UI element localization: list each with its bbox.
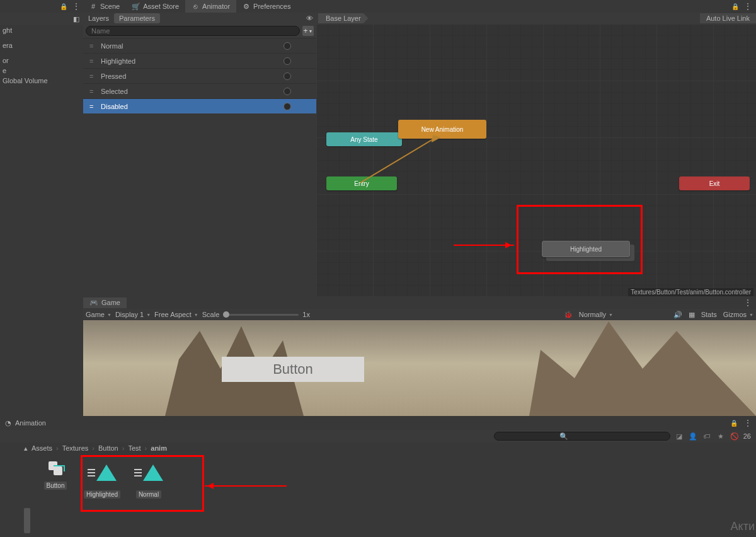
tab-animator[interactable]: ⎋Animator [185, 0, 236, 13]
project-scrollbar[interactable] [24, 508, 30, 533]
display-dropdown[interactable]: Display 1 [115, 311, 151, 318]
tab-asset-store[interactable]: 🛒Asset Store [126, 0, 185, 13]
tab-label: Scene [100, 3, 120, 10]
trigger-toggle[interactable] [284, 88, 291, 95]
visibility-icon[interactable]: 👁 [306, 14, 313, 22]
ui-button[interactable]: Button [222, 357, 364, 382]
lock-icon[interactable]: 🔒 [60, 3, 67, 10]
editor-tabs: #Scene 🛒Asset Store ⎋Animator ⚙Preferenc… [83, 0, 756, 13]
tab-preferences[interactable]: ⚙Preferences [236, 0, 297, 13]
tab-label: Animator [202, 3, 230, 10]
path-segment-current[interactable]: anim [151, 444, 167, 452]
drag-handle-icon[interactable]: = [89, 88, 96, 95]
parameter-row[interactable]: =Disabled [83, 98, 316, 113]
favorite-icon[interactable]: ★ [716, 432, 726, 441]
asset-label: Button [44, 482, 67, 490]
exit-node[interactable]: Exit [679, 176, 750, 190]
parameter-row[interactable]: =Pressed [83, 68, 316, 83]
filter-label-icon[interactable]: 🏷 [702, 432, 712, 441]
clock-icon: ◔ [5, 419, 11, 427]
bug-icon[interactable]: 🐞 [564, 311, 573, 319]
tab-scene[interactable]: #Scene [83, 0, 126, 13]
tab-label: Preferences [253, 3, 290, 10]
plus-icon: + [304, 26, 308, 35]
trigger-toggle[interactable] [284, 103, 291, 110]
trigger-toggle[interactable] [284, 57, 291, 65]
trigger-toggle[interactable] [284, 72, 291, 80]
filter-icon[interactable]: ◪ [674, 432, 684, 441]
path-segment[interactable]: Button [98, 444, 118, 452]
aspect-dropdown[interactable]: Free Aspect [154, 311, 198, 318]
tab-label: Asset Store [143, 3, 179, 10]
game-toolbar: Game Display 1 Free Aspect Scale 1x 🐞 No… [83, 309, 756, 320]
project-breadcrumb[interactable]: ▴ Assets› Textures› Button› Test› anim [33, 442, 756, 454]
hierarchy-item[interactable]: era [0, 40, 83, 50]
hierarchy-toolbar: ◧ [0, 13, 83, 25]
add-parameter-button[interactable]: +▼ [302, 26, 314, 36]
hierarchy-item[interactable]: e [0, 66, 83, 76]
asset-controller[interactable]: Button [35, 458, 76, 516]
scale-value: 1x [302, 311, 310, 318]
any-state-node[interactable]: Any State [326, 132, 402, 146]
tab-game[interactable]: 🎮Game [83, 297, 127, 308]
trigger-toggle[interactable] [284, 42, 291, 50]
drag-handle-icon[interactable]: = [89, 42, 96, 50]
hidden-icon[interactable]: 🚫 [730, 432, 740, 441]
slider-thumb[interactable] [223, 311, 229, 318]
parameter-name: Selected [101, 88, 128, 95]
parameter-row[interactable]: =Highlighted [83, 53, 316, 68]
hierarchy-item[interactable]: Global Volume [0, 76, 83, 86]
parameter-search-row: +▼ [83, 24, 316, 38]
game-mode-dropdown[interactable]: Game [86, 311, 112, 318]
collapse-icon[interactable]: ▴ [24, 444, 28, 453]
entry-node[interactable]: Entry [326, 176, 397, 190]
gizmos-dropdown[interactable]: Gizmos [723, 311, 753, 318]
auto-live-link-button[interactable]: Auto Live Link [700, 13, 756, 23]
hierarchy-item[interactable]: or [0, 55, 83, 66]
lock-icon[interactable]: 🔒 [731, 3, 739, 10]
path-segment[interactable]: Textures [62, 444, 89, 452]
scale-label: Scale [202, 311, 220, 318]
scale-slider[interactable] [223, 314, 299, 316]
cart-icon: 🛒 [132, 3, 140, 10]
stats-button[interactable]: Stats [701, 311, 717, 318]
parameter-name: Normal [101, 42, 123, 50]
game-icon: 🎮 [89, 299, 98, 307]
animation-panel-title[interactable]: Animation [15, 419, 46, 427]
parameter-search-input[interactable] [86, 26, 300, 36]
animator-controller-icon [45, 458, 66, 479]
drag-handle-icon[interactable]: = [89, 57, 96, 65]
display-icon[interactable]: ▦ [689, 311, 695, 319]
vsync-dropdown[interactable]: Normally [579, 311, 667, 318]
lock-icon[interactable]: 🔒 [730, 420, 738, 427]
menu-icon[interactable]: ⋮ [744, 2, 751, 11]
menu-icon[interactable]: ⋮ [744, 419, 751, 427]
menu-icon[interactable]: ⋮ [744, 298, 756, 307]
layers-tab[interactable]: Layers [83, 13, 114, 23]
hierarchy-item[interactable]: ght [0, 25, 83, 35]
tab-label: Game [101, 299, 120, 306]
project-search-input[interactable] [494, 432, 670, 441]
annotation-arrow [454, 245, 514, 246]
terrain-rock [529, 321, 756, 416]
layer-breadcrumb[interactable]: Base Layer [318, 13, 369, 23]
path-segment[interactable]: Assets [32, 444, 52, 452]
audio-icon[interactable]: 🔊 [673, 311, 682, 319]
filter-type-icon[interactable]: 👤 [688, 432, 698, 441]
hierarchy-collapse-icon[interactable]: ◧ [73, 15, 79, 23]
parameter-row[interactable]: =Selected [83, 83, 316, 98]
project-toolbar: 🔍 ◪ 👤 🏷 ★ 🚫 26 [0, 430, 756, 442]
parameters-tab[interactable]: Parameters [114, 13, 160, 23]
parameter-list: =Normal =Highlighted =Pressed =Selected … [83, 38, 316, 113]
grid-icon: # [89, 3, 97, 10]
controller-path-label: Textures/Button/Test/anim/Button.control… [628, 288, 753, 296]
animator-icon: ⎋ [192, 3, 199, 10]
default-state-node[interactable]: New Animation [398, 120, 486, 139]
watermark-text: Акти [731, 520, 755, 533]
drag-handle-icon[interactable]: = [89, 103, 96, 110]
path-segment[interactable]: Test [128, 444, 140, 452]
annotation-box [517, 205, 643, 274]
parameter-row[interactable]: =Normal [83, 38, 316, 53]
drag-handle-icon[interactable]: = [89, 72, 96, 80]
menu-icon[interactable]: ⋮ [72, 2, 79, 11]
